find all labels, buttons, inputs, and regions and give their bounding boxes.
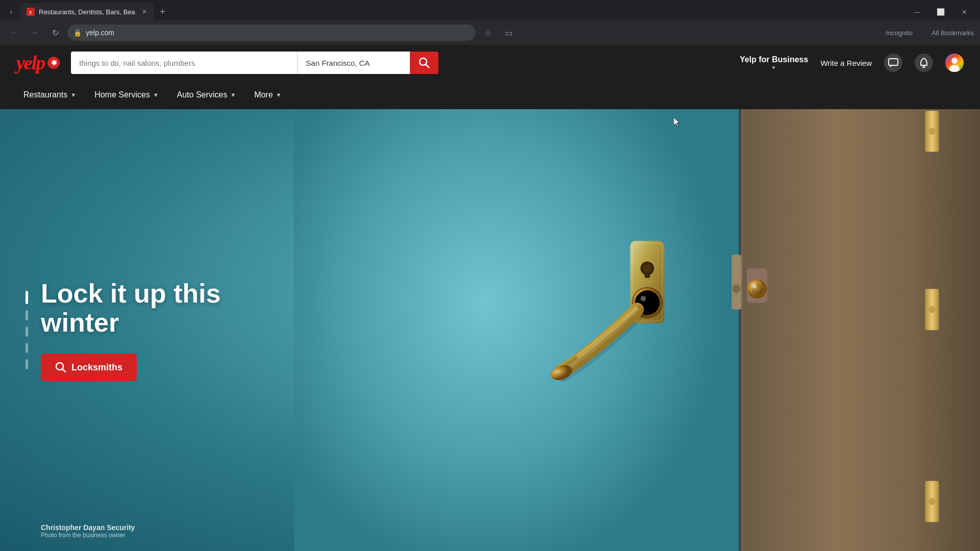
- incognito-label: Incognito: [886, 29, 913, 37]
- slider-indicators: [26, 291, 28, 369]
- svg-rect-23: [731, 255, 741, 310]
- restaurants-nav-item[interactable]: Restaurants ▼: [16, 86, 83, 104]
- messages-icon: [888, 58, 898, 67]
- slider-dot-3[interactable]: [26, 343, 28, 353]
- search-what-input[interactable]: [71, 52, 297, 74]
- more-nav-item[interactable]: More ▼: [247, 86, 288, 104]
- tab-title: Restaurants, Dentists, Bars, Bea: [39, 8, 135, 16]
- svg-point-14: [928, 128, 935, 135]
- svg-point-18: [928, 498, 935, 505]
- home-services-chevron-icon: ▼: [153, 92, 159, 98]
- window-controls: — ⬜ ✕: [905, 3, 976, 20]
- auto-services-chevron-icon: ▼: [230, 92, 236, 98]
- svg-rect-10: [740, 109, 980, 551]
- sidebar-button[interactable]: ▭: [500, 24, 517, 41]
- user-avatar[interactable]: [945, 54, 964, 72]
- svg-rect-9: [294, 109, 774, 551]
- restaurants-chevron-icon: ▼: [70, 92, 76, 98]
- photo-credit-desc: Photo from the business owner: [41, 532, 135, 539]
- category-nav: Restaurants ▼ Home Services ▼ Auto Servi…: [0, 81, 980, 109]
- svg-line-3: [426, 64, 429, 67]
- browser-chrome: ‹ y Restaurants, Dentists, Bars, Bea ✕ +…: [0, 0, 980, 45]
- hero-content: Lock it up thiswinter Locksmiths: [0, 109, 255, 551]
- svg-point-32: [641, 296, 646, 302]
- svg-rect-11: [739, 109, 741, 551]
- hero-title: Lock it up thiswinter: [41, 279, 235, 337]
- incognito-section: Incognito: [886, 29, 917, 37]
- yelp-navbar: yelp ✱ Yelp for Business ▾: [0, 45, 980, 81]
- business-chevron-icon: ▾: [772, 64, 775, 71]
- tab-favicon: y: [27, 8, 35, 16]
- photo-credit-name: Christopher Dayan Security: [41, 523, 135, 532]
- tab-group-arrow[interactable]: ‹: [4, 5, 18, 19]
- hero-image: [294, 109, 980, 551]
- svg-point-16: [928, 306, 935, 313]
- tab-bar: ‹ y Restaurants, Dentists, Bars, Bea ✕ +…: [0, 0, 980, 20]
- more-label: More: [254, 90, 273, 99]
- bell-icon: [919, 58, 928, 68]
- search-icon: [419, 57, 430, 68]
- refresh-button[interactable]: ↻: [47, 24, 63, 41]
- write-review-link[interactable]: Write a Review: [820, 59, 872, 67]
- search-where-input[interactable]: [298, 52, 410, 74]
- search-button[interactable]: [410, 52, 438, 74]
- svg-rect-12: [741, 109, 743, 551]
- slider-dot-4[interactable]: [26, 359, 28, 369]
- hero-section: Lock it up thiswinter Locksmiths Christo…: [0, 109, 980, 551]
- url-text: yelp.com: [86, 29, 470, 37]
- minimize-button[interactable]: —: [905, 3, 929, 20]
- search-container: [71, 52, 438, 74]
- slider-dot-1[interactable]: [26, 310, 28, 320]
- tab-close-button[interactable]: ✕: [139, 7, 150, 17]
- svg-rect-4: [889, 59, 898, 65]
- yelp-for-business-label: Yelp for Business: [740, 55, 808, 64]
- svg-point-7: [951, 58, 958, 64]
- svg-point-29: [643, 264, 651, 272]
- svg-point-22: [752, 284, 756, 288]
- all-bookmarks-label[interactable]: All Bookmarks: [932, 29, 974, 37]
- back-button[interactable]: ←: [6, 24, 22, 41]
- svg-text:✱: ✱: [51, 59, 57, 67]
- auto-services-nav-item[interactable]: Auto Services ▼: [170, 86, 243, 104]
- yelp-for-business-link[interactable]: Yelp for Business ▾: [740, 55, 808, 71]
- svg-line-36: [62, 369, 65, 372]
- home-services-nav-item[interactable]: Home Services ▼: [87, 86, 165, 104]
- yelp-burst-icon: ✱: [46, 56, 61, 70]
- lock-icon: 🔒: [74, 29, 82, 37]
- messages-button[interactable]: [884, 54, 902, 72]
- close-window-button[interactable]: ✕: [952, 3, 976, 20]
- restaurants-label: Restaurants: [23, 90, 67, 99]
- more-chevron-icon: ▼: [276, 92, 282, 98]
- notifications-button[interactable]: [915, 54, 933, 72]
- photo-credit: Christopher Dayan Security Photo from th…: [41, 523, 135, 539]
- auto-services-label: Auto Services: [177, 90, 228, 99]
- yelp-page: yelp ✱ Yelp for Business ▾: [0, 45, 980, 551]
- locksmiths-cta-button[interactable]: Locksmiths: [41, 354, 137, 381]
- address-bar: ← → ↻ 🔒 yelp.com ☆ ▭ Incognito All Bookm…: [0, 20, 980, 45]
- bookmark-star-button[interactable]: ☆: [480, 24, 496, 41]
- lock-illustration: [294, 109, 980, 551]
- new-tab-button[interactable]: +: [156, 5, 170, 19]
- url-bar[interactable]: 🔒 yelp.com: [67, 24, 476, 41]
- yelp-logo-text: yelp: [16, 52, 44, 74]
- slider-dot-active[interactable]: [26, 291, 28, 304]
- avatar-icon: [945, 54, 964, 72]
- nav-right: Yelp for Business ▾ Write a Review: [740, 54, 964, 72]
- maximize-button[interactable]: ⬜: [929, 3, 952, 20]
- slider-dot-2[interactable]: [26, 327, 28, 337]
- cta-search-icon: [55, 362, 66, 373]
- home-services-label: Home Services: [94, 90, 150, 99]
- write-review-label: Write a Review: [820, 59, 872, 67]
- svg-point-24: [732, 285, 741, 293]
- active-tab[interactable]: y Restaurants, Dentists, Bars, Bea ✕: [20, 3, 154, 20]
- cta-label: Locksmiths: [71, 362, 122, 373]
- forward-button[interactable]: →: [27, 24, 43, 41]
- yelp-logo[interactable]: yelp ✱: [16, 52, 61, 74]
